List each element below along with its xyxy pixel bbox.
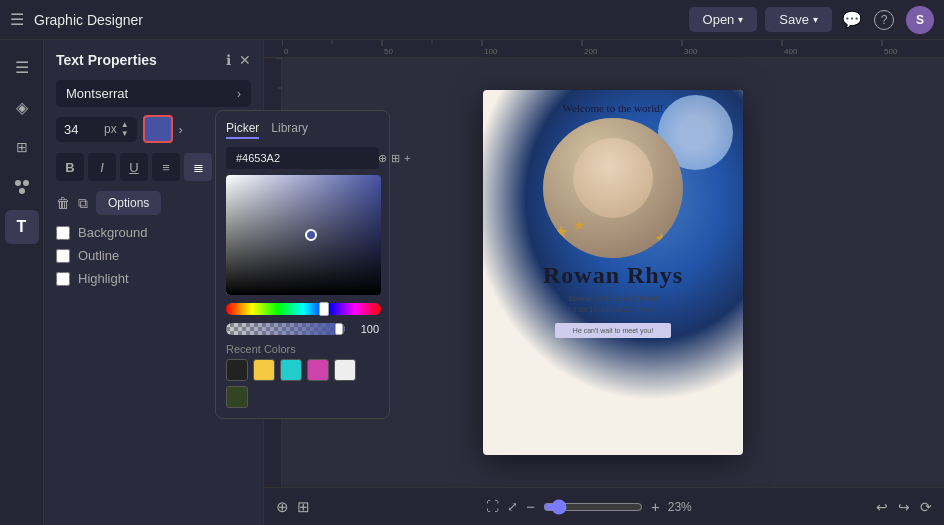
font-name: Montserrat [66, 86, 128, 101]
design-card: Welcome to the world! ★ ★ ★ [483, 90, 743, 455]
color-gradient-area[interactable] [226, 175, 381, 295]
props-header: Text Properties ℹ ✕ [56, 52, 251, 68]
alpha-value: 100 [351, 323, 379, 335]
open-chevron-icon: ▾ [738, 14, 743, 25]
bottombar-right: ↩ ↪ ⟳ [876, 499, 932, 515]
ruler-top: 0 50 100 200 300 400 500 [264, 40, 944, 58]
layers-icon[interactable]: ⊕ [276, 498, 289, 516]
props-header-icons: ℹ ✕ [226, 52, 251, 68]
resize-button[interactable]: ⤢ [507, 499, 518, 514]
sidebar-item-menu[interactable]: ☰ [5, 50, 39, 84]
recent-color-3[interactable] [280, 359, 302, 381]
svg-point-0 [15, 180, 21, 186]
tab-picker[interactable]: Picker [226, 121, 259, 139]
svg-text:200: 200 [584, 47, 598, 56]
italic-button[interactable]: I [88, 153, 116, 181]
recent-colors [226, 359, 379, 408]
svg-point-1 [23, 180, 29, 186]
duplicate-button[interactable]: ⧉ [78, 195, 88, 212]
history-icon[interactable]: ⟳ [920, 499, 932, 515]
alpha-row: 100 [226, 323, 379, 335]
options-button[interactable]: Options [96, 191, 161, 215]
recent-colors-label: Recent Colors [226, 343, 379, 355]
topbar: ☰ Graphic Designer Open ▾ Save ▾ 💬 ? S [0, 0, 944, 40]
svg-text:300: 300 [684, 47, 698, 56]
recent-color-4[interactable] [307, 359, 329, 381]
svg-text:50: 50 [384, 47, 393, 56]
sidebar: ☰ ◈ ⊞ T [0, 40, 44, 525]
svg-text:500: 500 [884, 47, 898, 56]
px-label: px [104, 122, 117, 136]
recent-color-6[interactable] [226, 386, 248, 408]
grid-icon[interactable]: ⊞ [391, 152, 400, 165]
hex-input[interactable] [236, 152, 374, 164]
ruler-top-marks: 0 50 100 200 300 400 500 [282, 40, 944, 58]
avatar[interactable]: S [906, 6, 934, 34]
zoom-in-button[interactable]: + [651, 498, 660, 515]
hue-slider[interactable] [226, 303, 381, 315]
background-checkbox[interactable] [56, 226, 70, 240]
outline-label: Outline [78, 248, 119, 263]
app-title: Graphic Designer [34, 12, 679, 28]
sidebar-item-shapes[interactable]: ◈ [5, 90, 39, 124]
bold-button[interactable]: B [56, 153, 84, 181]
svg-text:0: 0 [284, 47, 289, 56]
size-arrows: ▲ ▼ [121, 121, 129, 138]
outline-checkbox[interactable] [56, 249, 70, 263]
zoom-slider[interactable] [543, 499, 643, 515]
grid-view-icon[interactable]: ⊞ [297, 498, 310, 516]
alpha-handle [335, 323, 343, 335]
zoom-percent: 23% [668, 500, 700, 514]
zoom-out-button[interactable]: − [526, 498, 535, 515]
color-swatch[interactable] [143, 115, 173, 143]
alpha-slider-wrap [226, 323, 345, 335]
background-label: Background [78, 225, 147, 240]
font-size-input-wrap: px ▲ ▼ [56, 117, 137, 142]
delete-button[interactable]: 🗑 [56, 195, 70, 211]
align-center-button[interactable]: ≣ [184, 153, 212, 181]
eyedropper-icon[interactable]: ⊕ [378, 152, 387, 165]
redo-icon[interactable]: ↪ [898, 499, 910, 515]
gradient-handle [305, 229, 317, 241]
recent-color-5[interactable] [334, 359, 356, 381]
color-picker-popup: Picker Library ⊕ ⊞ + 100 Recent Colors [215, 110, 390, 419]
props-title: Text Properties [56, 52, 157, 68]
font-size-input[interactable] [64, 122, 100, 137]
underline-button[interactable]: U [120, 153, 148, 181]
add-color-icon[interactable]: + [404, 152, 410, 164]
align-left-button[interactable]: ≡ [152, 153, 180, 181]
info-icon[interactable]: ℹ [226, 52, 231, 68]
sidebar-item-table[interactable]: ⊞ [5, 130, 39, 164]
highlight-checkbox[interactable] [56, 272, 70, 286]
alpha-slider-bar [226, 323, 345, 335]
undo-icon[interactable]: ↩ [876, 499, 888, 515]
more-colors-icon[interactable]: › [179, 122, 183, 137]
fit-button[interactable]: ⛶ [486, 499, 499, 514]
hue-slider-wrap [226, 301, 379, 319]
svg-text:400: 400 [784, 47, 798, 56]
highlight-label: Highlight [78, 271, 129, 286]
recent-color-1[interactable] [226, 359, 248, 381]
open-button[interactable]: Open ▾ [689, 7, 758, 32]
design-name: Rowan Rhys [543, 262, 683, 289]
topbar-action-buttons: Open ▾ Save ▾ [689, 7, 832, 32]
sidebar-item-group[interactable] [5, 170, 39, 204]
bottombar-left: ⊕ ⊞ [276, 498, 310, 516]
font-arrow-icon: › [237, 87, 241, 101]
help-icon[interactable]: ? [874, 10, 894, 30]
close-icon[interactable]: ✕ [239, 52, 251, 68]
sidebar-item-text[interactable]: T [5, 210, 39, 244]
design-tagline: He can't wait to meet you! [555, 323, 671, 338]
save-button[interactable]: Save ▾ [765, 7, 832, 32]
bottombar: ⊕ ⊞ ⛶ ⤢ − + 23% ↩ ↪ ⟳ [264, 487, 944, 525]
font-selector[interactable]: Montserrat › [56, 80, 251, 107]
tab-library[interactable]: Library [271, 121, 308, 139]
svg-text:100: 100 [484, 47, 498, 56]
size-up-arrow[interactable]: ▲ [121, 121, 129, 129]
chat-icon[interactable]: 💬 [842, 10, 862, 29]
svg-point-2 [19, 188, 25, 194]
bottombar-center: ⛶ ⤢ − + 23% [486, 498, 700, 515]
hamburger-icon[interactable]: ☰ [10, 10, 24, 29]
recent-color-2[interactable] [253, 359, 275, 381]
size-down-arrow[interactable]: ▼ [121, 130, 129, 138]
